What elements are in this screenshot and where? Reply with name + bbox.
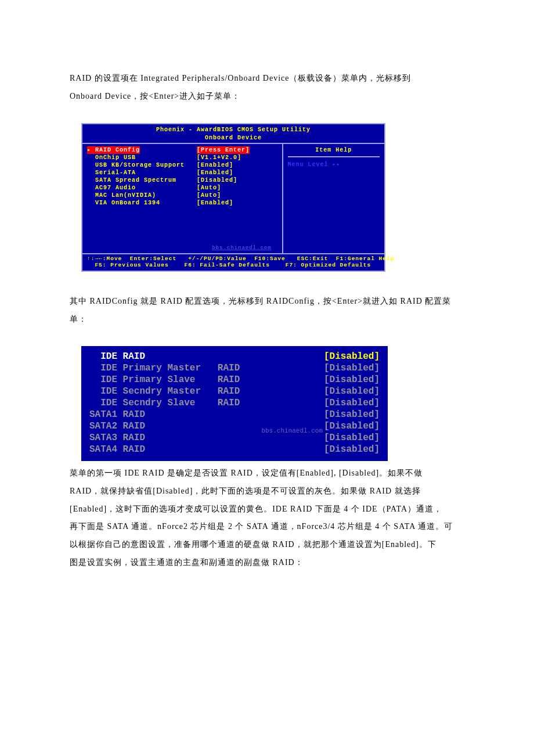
raid-row-ide-raid[interactable]: IDE RAID — [89, 351, 145, 362]
bios-row-via-1394[interactable]: VIA OnBoard 1394 — [87, 200, 160, 206]
bios-subtitle: Onboard Device — [82, 134, 384, 143]
bios-title: Phoenix - AwardBIOS CMOS Setup Utility — [82, 124, 384, 134]
bios-row-raid-config[interactable]: ▸ RAID Config — [87, 146, 140, 154]
spacer — [136, 154, 197, 161]
bios-footer: ↑↓→←:Move Enter:Select +/-/PU/PD:Value F… — [82, 253, 384, 271]
spacer — [140, 147, 197, 153]
footer-line-2: F5: Previous Values F6: Fail-Safe Defaul… — [87, 262, 371, 268]
bios-value[interactable]: [Enabled] — [197, 170, 233, 176]
text: 图是设置实例，设置主通道的主盘和副通道的副盘做 RAID： — [70, 558, 304, 567]
bios-menu-left: ▸ RAID Config [Press Enter] OnChip USB [… — [82, 143, 283, 253]
spacer — [136, 170, 197, 176]
bios-row-serial-ata[interactable]: Serial-ATA — [87, 170, 136, 176]
bios-value[interactable]: [Enabled] — [197, 162, 233, 168]
spacer — [136, 185, 197, 191]
text: RAID，就保持缺省值[Disabled]，此时下面的选项是不可设置的灰色。如果… — [70, 487, 421, 495]
bios-help-panel: Item Help Menu Level ▸▸ — [283, 143, 384, 253]
bios-value[interactable]: [Enabled] — [197, 200, 233, 206]
bios-value[interactable]: [V1.1+V2.0] — [197, 154, 241, 161]
document-page: RAID 的设置项在 Integrated Peripherals/Onboar… — [0, 0, 534, 624]
text: 以根据你自己的意图设置，准备用哪个通道的硬盘做 RAID，就把那个通道设置为[E… — [70, 540, 436, 549]
bios-value[interactable]: [Auto] — [197, 192, 221, 199]
paragraph-1: RAID 的设置项在 Integrated Peripherals/Onboar… — [70, 70, 464, 106]
raid-row-ide-secndry-slave: IDE Secndry Slave RAID — [89, 397, 240, 409]
raid-row-sata1: SATA1 RAID — [89, 409, 145, 420]
text: 其中 RAIDConfig 就是 RAID 配置选项，光标移到 RAIDConf… — [70, 297, 451, 305]
raid-value: [Disabled] — [324, 409, 380, 420]
raid-value: [Disabled] — [324, 362, 380, 374]
help-menu-level: Menu Level ▸▸ — [288, 161, 380, 168]
paragraph-2: 其中 RAIDConfig 就是 RAID 配置选项，光标移到 RAIDConf… — [70, 293, 464, 329]
bios-row-ac97-audio[interactable]: AC97 Audio — [87, 185, 136, 191]
paragraph-3: 菜单的第一项 IDE RAID 是确定是否设置 RAID，设定值有[Enable… — [70, 465, 464, 572]
watermark-text: bbs.chinaedl.com — [212, 245, 271, 252]
bios-row-onchip-usb[interactable]: OnChip USB — [87, 154, 136, 161]
raid-row-sata2: SATA2 RAID — [89, 420, 145, 432]
watermark-text: bbs.chinaedl.com — [261, 427, 323, 435]
bios-value[interactable]: [Disabled] — [197, 177, 237, 183]
bios-screenshot-onboard-device: Phoenix - AwardBIOS CMOS Setup Utility O… — [81, 123, 385, 272]
text: [Enabled]，这时下面的选项才变成可以设置的黄色。IDE RAID 下面是… — [70, 505, 442, 513]
bios-row-mac-lan[interactable]: MAC Lan(nVIDIA) — [87, 192, 156, 199]
spacer — [156, 192, 197, 199]
spacer — [160, 200, 197, 206]
raid-row-ide-primary-master: IDE Primary Master RAID — [89, 362, 240, 374]
raid-row-ide-secndry-master: IDE Secndry Master RAID — [89, 386, 240, 397]
text: 再下面是 SATA 通道。nForce2 芯片组是 2 个 SATA 通道，nF… — [70, 522, 453, 531]
raid-row-ide-primary-slave: IDE Primary Slave RAID — [89, 374, 240, 386]
raid-value: [Disabled] — [324, 420, 380, 432]
bios-screenshot-raid-config: IDE RAID[Disabled] IDE Primary Master RA… — [81, 346, 388, 461]
text: 菜单的第一项 IDE RAID 是确定是否设置 RAID，设定值有[Enable… — [70, 469, 423, 477]
raid-value: [Disabled] — [324, 386, 380, 397]
raid-value: [Disabled] — [324, 432, 380, 444]
help-title: Item Help — [288, 146, 380, 157]
spacer — [185, 162, 197, 168]
bios-row-usb-kb-storage[interactable]: USB KB/Storage Support — [87, 162, 185, 168]
raid-value: [Disabled] — [324, 397, 380, 409]
bios-value[interactable]: [Press Enter] — [197, 146, 250, 154]
text: 单： — [70, 315, 87, 323]
footer-line-1: ↑↓→←:Move Enter:Select +/-/PU/PD:Value F… — [87, 255, 394, 262]
raid-row-sata3: SATA3 RAID — [89, 432, 145, 444]
raid-value: [Disabled] — [324, 374, 380, 386]
raid-value[interactable]: [Disabled] — [324, 351, 380, 362]
bios-row-sata-spread[interactable]: SATA Spread Spectrum — [87, 177, 176, 183]
bios-value[interactable]: [Auto] — [197, 185, 221, 191]
raid-row-sata4: SATA4 RAID — [89, 444, 145, 455]
text: RAID 的设置项在 Integrated Peripherals/Onboar… — [70, 74, 411, 82]
text: Onboard Device，按<Enter>进入如子菜单： — [70, 92, 240, 100]
raid-value: [Disabled] — [324, 444, 380, 455]
spacer — [176, 177, 197, 183]
